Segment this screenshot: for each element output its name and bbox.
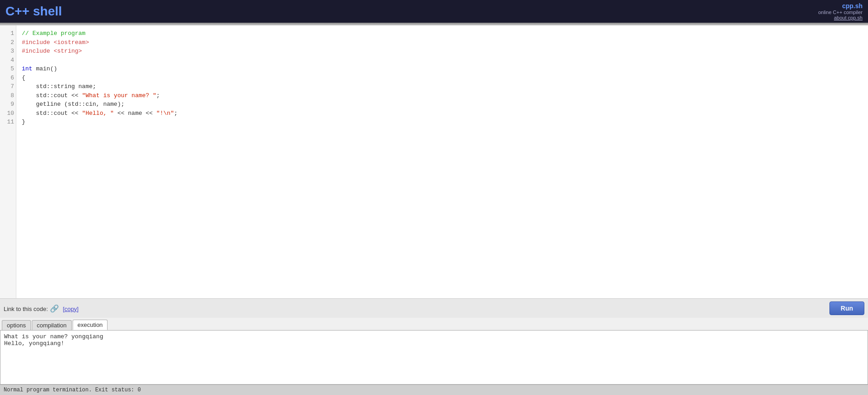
code-line-5: int main() — [22, 64, 863, 74]
site-title: C++ shell — [5, 4, 62, 19]
code-editor[interactable]: // Example program #include <iostream> #… — [16, 25, 868, 298]
tagline: online C++ compiler — [818, 10, 863, 15]
code-line-2: #include <iostream> — [22, 38, 863, 47]
line-num: 11 — [4, 118, 14, 127]
editor-container: 1 2 3 4 5 6 7 8 9 10 11 // Example progr… — [0, 25, 868, 298]
link-bar: Link to this code: 🔗 [copy] Run — [0, 298, 868, 318]
line-num: 6 — [4, 74, 14, 83]
code-line-6: { — [22, 74, 863, 83]
tabs-bar: options compilation execution — [0, 318, 868, 330]
output-area: options compilation execution What is yo… — [0, 318, 868, 385]
line-num: 9 — [4, 100, 14, 109]
tab-compilation[interactable]: compilation — [32, 320, 72, 330]
status-bar: Normal program termination. Exit status:… — [0, 385, 868, 395]
code-line-11: } — [22, 118, 863, 127]
code-line-9: getline (std::cin, name); — [22, 100, 863, 109]
line-num: 8 — [4, 91, 14, 100]
header-right: cpp.sh online C++ compiler about cpp.sh — [818, 2, 863, 20]
code-line-4 — [22, 56, 863, 65]
line-numbers: 1 2 3 4 5 6 7 8 9 10 11 — [0, 25, 16, 298]
run-button[interactable]: Run — [829, 301, 864, 315]
line-num: 7 — [4, 82, 14, 91]
code-line-3: #include <string> — [22, 47, 863, 56]
about-link[interactable]: about cpp.sh — [818, 15, 863, 20]
code-line-10: std::cout << "Hello, " << name << "!\n"; — [22, 109, 863, 118]
link-label: Link to this code: — [4, 306, 48, 312]
line-num: 4 — [4, 56, 14, 65]
line-num: 10 — [4, 109, 14, 118]
brand-name: cpp.sh — [818, 2, 863, 10]
line-num: 5 — [4, 64, 14, 74]
header: C++ shell cpp.sh online C++ compiler abo… — [0, 0, 868, 23]
line-num: 2 — [4, 38, 14, 47]
copy-link[interactable]: [copy] — [63, 306, 78, 312]
tab-execution[interactable]: execution — [73, 320, 108, 330]
code-line-8: std::cout << "What is your name? "; — [22, 91, 863, 100]
output-content: What is your name? yongqiang Hello, yong… — [0, 330, 868, 385]
line-num: 3 — [4, 47, 14, 56]
main-area: 1 2 3 4 5 6 7 8 9 10 11 // Example progr… — [0, 25, 868, 395]
link-icon: 🔗 — [50, 305, 61, 312]
tab-options[interactable]: options — [2, 320, 31, 330]
line-num: 1 — [4, 29, 14, 38]
link-section: Link to this code: 🔗 [copy] — [4, 304, 78, 313]
code-line-1: // Example program — [22, 29, 863, 38]
code-line-7: std::string name; — [22, 82, 863, 91]
